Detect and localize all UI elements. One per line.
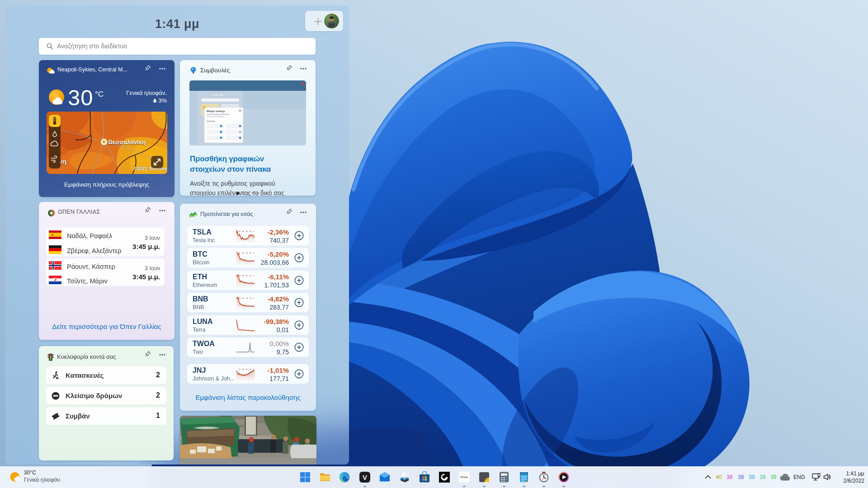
svg-text:Widget settings: Widget settings: [207, 110, 225, 113]
svg-text:11:41 AM: 11:41 AM: [212, 94, 223, 96]
svg-text:V: V: [363, 474, 367, 481]
svg-text:General: General: [207, 120, 215, 122]
svg-text:Θεσσαλονίκη: Θεσσαλονίκη: [108, 139, 146, 145]
